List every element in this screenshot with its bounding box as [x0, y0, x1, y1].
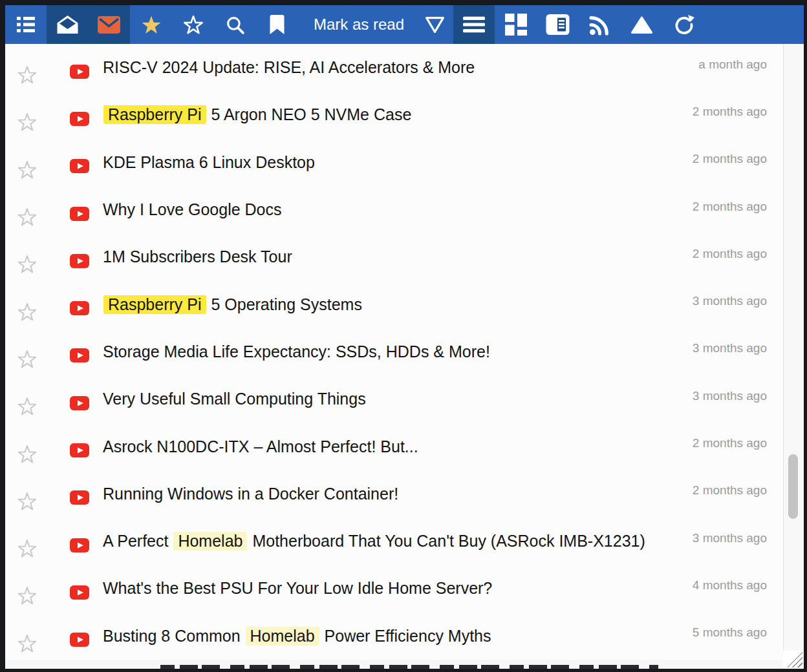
- list-item[interactable]: Storage Media Life Expectancy: SSDs, HDD…: [5, 328, 783, 375]
- mark-as-read-label[interactable]: Mark as read: [298, 5, 416, 44]
- article-age: 2 months ago: [693, 247, 783, 261]
- star-toggle[interactable]: [5, 633, 49, 653]
- menu-button[interactable]: [453, 5, 495, 44]
- rss-button[interactable]: [579, 5, 621, 44]
- mark-unread-button[interactable]: [88, 5, 130, 44]
- list-item[interactable]: Running Windows in a Docker Container! 2…: [5, 470, 783, 518]
- article-list: RISC-V 2024 Update: RISE, AI Accelerator…: [5, 44, 783, 669]
- article-title: RISC-V 2024 Update: RISE, AI Accelerator…: [89, 58, 475, 77]
- mosaic-layout-icon: [505, 14, 527, 36]
- list-view-button[interactable]: [5, 5, 47, 44]
- list-item[interactable]: Busting 8 Common Homelab Power Efficienc…: [5, 613, 783, 660]
- article-age: 2 months ago: [693, 483, 783, 498]
- scrollbar-thumb[interactable]: [788, 454, 798, 519]
- bookmark-icon: [268, 14, 286, 35]
- youtube-play-icon: [49, 538, 89, 552]
- article-title: Why I Love Google Docs: [89, 200, 282, 219]
- star-outline-icon: [182, 14, 204, 35]
- star-toggle[interactable]: [5, 538, 49, 558]
- article-age: 2 months ago: [693, 105, 783, 119]
- star-toggle[interactable]: [5, 65, 49, 85]
- search-highlight: Raspberry Pi: [103, 295, 206, 314]
- star-outline-icon: [17, 160, 38, 180]
- youtube-play-icon: [49, 112, 89, 126]
- list-item[interactable]: Raspberry Pi 5 Argon NEO 5 NVMe Case 2 m…: [5, 91, 783, 138]
- star-outline-icon: [17, 112, 38, 132]
- article-title: A Perfect Homelab Motherboard That You C…: [89, 532, 645, 551]
- article-age: 2 months ago: [693, 200, 783, 214]
- star-toggle[interactable]: [5, 491, 49, 511]
- star-outline-icon: [17, 254, 38, 274]
- list-item[interactable]: Why I Love Google Docs 2 months ago: [5, 186, 783, 233]
- youtube-play-icon: [49, 396, 89, 410]
- reader-view-icon: [546, 14, 570, 35]
- mark-read-button[interactable]: [47, 5, 88, 44]
- clipped-next-row: [5, 660, 783, 669]
- search-highlight: Homelab: [173, 532, 247, 551]
- toolbar: Mark as read: [5, 5, 804, 44]
- scrollbar-track[interactable]: [783, 44, 804, 669]
- list-item[interactable]: Very Useful Small Computing Things 3 mon…: [5, 375, 783, 423]
- rss-icon: [589, 14, 610, 36]
- star-outline-icon: [17, 633, 38, 653]
- bookmark-button[interactable]: [256, 5, 298, 44]
- star-outline-icon: [17, 538, 38, 558]
- refresh-icon: [673, 14, 694, 36]
- search-icon: [225, 15, 245, 35]
- star-toggle[interactable]: [5, 302, 49, 322]
- search-button[interactable]: [214, 5, 256, 44]
- list-item[interactable]: A Perfect Homelab Motherboard That You C…: [5, 518, 783, 565]
- list-item[interactable]: KDE Plasma 6 Linux Desktop 2 months ago: [5, 139, 783, 186]
- star-toggle[interactable]: [5, 396, 49, 416]
- list-item[interactable]: RISC-V 2024 Update: RISE, AI Accelerator…: [5, 44, 783, 91]
- star-toggle[interactable]: [5, 112, 49, 132]
- search-highlight: Homelab: [246, 627, 319, 646]
- reader-view-button[interactable]: [537, 5, 579, 44]
- article-age: 3 months ago: [693, 341, 783, 355]
- star-outline-icon: [17, 491, 38, 511]
- article-title: Busting 8 Common Homelab Power Efficienc…: [89, 627, 491, 646]
- youtube-play-icon: [49, 301, 89, 315]
- article-title: Raspberry Pi 5 Operating Systems: [89, 295, 362, 314]
- star-toggle[interactable]: [5, 444, 49, 464]
- article-age: 2 months ago: [693, 152, 783, 166]
- article-age: 2 months ago: [693, 436, 783, 450]
- article-age: 4 months ago: [693, 578, 783, 593]
- menu-button-group: [453, 5, 495, 44]
- resize-grip-icon[interactable]: [787, 652, 802, 667]
- list-item[interactable]: Raspberry Pi 5 Operating Systems 3 month…: [5, 280, 783, 328]
- star-outline-icon: [17, 302, 38, 322]
- scroll-up-button[interactable]: [621, 5, 663, 44]
- youtube-play-icon: [49, 348, 89, 362]
- youtube-play-icon: [49, 254, 89, 268]
- filter-dropdown-icon: [425, 16, 445, 34]
- list-item[interactable]: 1M Subscribers Desk Tour 2 months ago: [5, 233, 783, 280]
- star-toggle[interactable]: [5, 207, 49, 227]
- star-toggle[interactable]: [5, 254, 49, 274]
- filter-dropdown-button[interactable]: [416, 5, 453, 44]
- article-title: Very Useful Small Computing Things: [89, 390, 366, 408]
- scrollbar-corner: [783, 651, 804, 669]
- unread-envelope-icon: [98, 16, 120, 34]
- star-filled-icon: [140, 14, 163, 36]
- mosaic-layout-button[interactable]: [495, 5, 537, 44]
- list-view-icon: [17, 16, 35, 33]
- star-toggle[interactable]: [5, 585, 49, 605]
- youtube-play-icon: [49, 633, 89, 647]
- article-title: 1M Subscribers Desk Tour: [89, 247, 292, 266]
- app-window: Mark as read: [0, 0, 807, 672]
- star-outline-icon: [17, 349, 38, 369]
- article-title: Asrock N100DC-ITX – Almost Perfect! But.…: [89, 437, 418, 456]
- list-item[interactable]: What's the Best PSU For Your Low Idle Ho…: [5, 565, 783, 612]
- flag-starred-button[interactable]: [130, 5, 172, 44]
- article-age: 3 months ago: [693, 294, 783, 308]
- star-toggle[interactable]: [5, 349, 49, 369]
- star-toggle[interactable]: [5, 160, 49, 180]
- article-rows: RISC-V 2024 Update: RISE, AI Accelerator…: [5, 44, 783, 660]
- menu-icon: [463, 16, 485, 34]
- clipped-text-fragment: [160, 665, 658, 669]
- star-outline-icon: [17, 585, 38, 605]
- refresh-button[interactable]: [663, 5, 705, 44]
- unflag-button[interactable]: [172, 5, 214, 44]
- list-item[interactable]: Asrock N100DC-ITX – Almost Perfect! But.…: [5, 423, 783, 470]
